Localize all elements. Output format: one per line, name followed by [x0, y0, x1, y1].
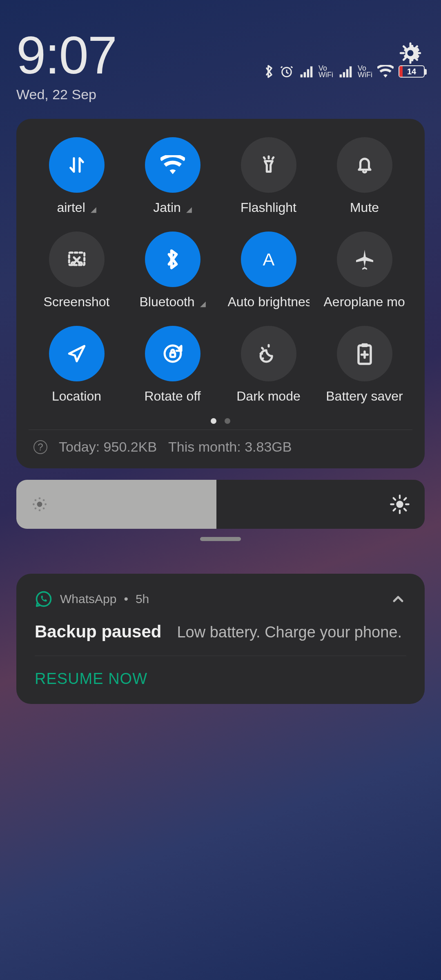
svg-point-17: [35, 508, 37, 510]
vowifi-1-icon: VoWiFi: [318, 65, 333, 78]
svg-text:A: A: [263, 249, 274, 269]
qs-tile-rotate[interactable]: Rotate off: [125, 326, 220, 404]
wifi-status-icon: [377, 65, 394, 78]
plane-icon[interactable]: [337, 232, 392, 287]
status-bar: VoWiFi VoWiFi 14: [264, 63, 425, 80]
brightness-low-icon: [31, 495, 49, 513]
bluetooth-status-icon: [264, 63, 274, 80]
settings-button[interactable]: [398, 41, 423, 65]
signal-2-icon: [338, 65, 353, 78]
qs-label-battery-saver: Battery saver: [326, 389, 403, 404]
qs-tile-darkmode[interactable]: Dark mode: [220, 326, 316, 404]
brightness-high-icon: [389, 494, 410, 515]
qs-tile-mobile-data[interactable]: airtel ◢: [29, 137, 125, 215]
usage-month-label: This month: 3.83GB: [168, 439, 292, 455]
clock-date: Wed, 22 Sep: [16, 87, 116, 102]
svg-point-12: [39, 509, 41, 511]
qs-label-location: Location: [52, 389, 101, 404]
data-arrows-icon[interactable]: [49, 137, 105, 193]
rotate-lock-icon[interactable]: [145, 326, 200, 381]
notification-age-label: 5h: [136, 592, 149, 606]
qs-label-darkmode: Dark mode: [236, 389, 301, 404]
collapse-icon[interactable]: [390, 591, 406, 607]
svg-point-5: [79, 262, 82, 265]
battery-percent-label: 14: [399, 67, 424, 76]
moon-sun-icon[interactable]: [241, 326, 296, 381]
page-indicator[interactable]: [29, 418, 412, 425]
vowifi-2-icon: VoWiFi: [358, 65, 372, 78]
signal-1-icon: [299, 65, 314, 78]
letter-a-icon[interactable]: A: [241, 232, 296, 287]
qs-label-bluetooth: Bluetooth ◢: [139, 294, 205, 310]
qs-label-flashlight: Flashlight: [241, 200, 296, 215]
clock-time[interactable]: 9:07: [16, 29, 116, 82]
pager-dot-2: [225, 418, 230, 424]
svg-point-13: [33, 503, 35, 506]
svg-point-11: [39, 497, 41, 499]
qs-tile-mute[interactable]: Mute: [316, 137, 412, 215]
pager-dot-1: [211, 418, 216, 424]
torch-icon[interactable]: [241, 137, 296, 193]
qs-tile-wifi[interactable]: Jatin ◢: [125, 137, 220, 215]
qs-label-wifi: Jatin ◢: [153, 200, 192, 215]
notification-card[interactable]: WhatsApp • 5h Backup paused Low battery.…: [16, 574, 425, 704]
qs-tile-flashlight[interactable]: Flashlight: [220, 137, 316, 215]
qs-tile-aeroplane[interactable]: Aeroplane mode: [316, 232, 412, 310]
chevron-caret-icon: ◢: [200, 300, 206, 308]
bluetooth-icon[interactable]: [145, 232, 200, 287]
quick-settings-panel: airtel ◢Jatin ◢FlashlightMuteScreenshotB…: [16, 119, 425, 468]
scissors-icon[interactable]: [49, 232, 105, 287]
notification-title: Backup paused: [35, 622, 161, 641]
qs-label-mobile-data: airtel ◢: [57, 200, 96, 215]
qs-label-screenshot: Screenshot: [44, 294, 110, 310]
qs-label-rotate: Rotate off: [144, 389, 200, 404]
svg-point-14: [45, 503, 47, 506]
svg-point-10: [37, 502, 42, 507]
usage-today-label: Today: 950.2KB: [59, 439, 157, 455]
svg-point-19: [396, 501, 403, 508]
bell-icon[interactable]: [337, 137, 392, 193]
svg-point-4: [71, 262, 74, 265]
brightness-slider[interactable]: [16, 480, 425, 529]
alarm-status-icon: [279, 64, 294, 79]
chevron-caret-icon: ◢: [91, 205, 96, 214]
notification-sep: •: [124, 592, 128, 606]
qs-label-auto-brightness: Auto brightness: [228, 294, 310, 310]
svg-point-18: [43, 499, 45, 501]
qs-label-aeroplane: Aeroplane mode: [324, 294, 405, 310]
svg-point-20: [37, 592, 51, 606]
svg-point-15: [35, 499, 37, 501]
qs-tile-screenshot[interactable]: Screenshot: [29, 232, 125, 310]
qs-label-mute: Mute: [350, 200, 379, 215]
notification-text: Low battery. Charge your phone.: [177, 624, 402, 641]
chevron-caret-icon: ◢: [186, 205, 192, 214]
help-icon: ?: [33, 440, 47, 454]
notification-app-label: WhatsApp: [60, 592, 116, 606]
qs-tile-location[interactable]: Location: [29, 326, 125, 404]
qs-tile-auto-brightness[interactable]: AAuto brightness: [220, 232, 316, 310]
resume-now-button[interactable]: RESUME NOW: [35, 670, 406, 688]
shade-handle[interactable]: [200, 537, 241, 541]
whatsapp-icon: [35, 590, 53, 608]
battery-status-icon: 14: [399, 65, 425, 78]
svg-point-1: [408, 50, 414, 56]
data-usage-row[interactable]: ? Today: 950.2KB This month: 3.83GB: [29, 430, 412, 458]
wifi-icon[interactable]: [145, 137, 200, 193]
qs-tile-bluetooth[interactable]: Bluetooth ◢: [125, 232, 220, 310]
qs-tile-battery-saver[interactable]: Battery saver: [316, 326, 412, 404]
nav-arrow-icon[interactable]: [49, 326, 105, 381]
svg-point-16: [43, 508, 45, 510]
battery-plus-icon[interactable]: [337, 326, 392, 381]
header: 9:07 Wed, 22 Sep: [0, 0, 441, 115]
